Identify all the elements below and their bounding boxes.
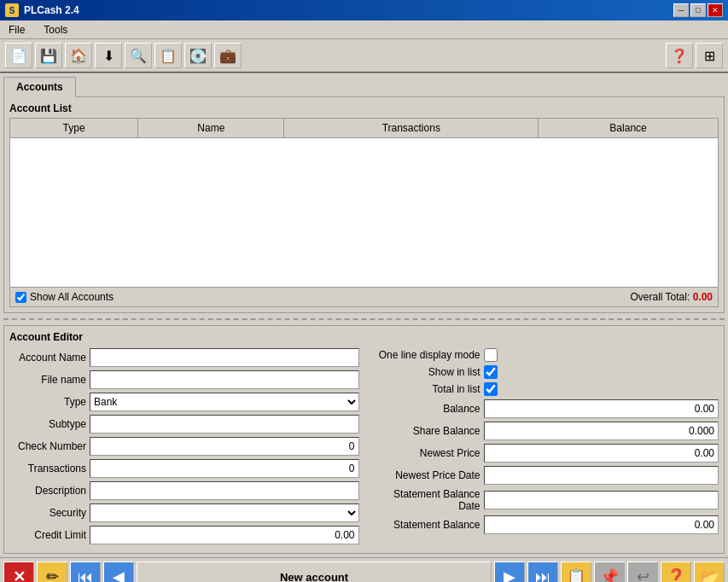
edit-button[interactable]: ✏ <box>37 562 67 582</box>
report-icon[interactable]: 📋 <box>154 43 182 68</box>
balance-field[interactable] <box>484 399 719 418</box>
col-type: Type <box>10 119 138 138</box>
credit-limit-row: Credit Limit <box>9 526 359 544</box>
next-button[interactable]: ▶ <box>494 562 525 582</box>
check-number-row: Check Number <box>9 437 359 456</box>
action-bar: ✕ ✏ ⏮ ◀ New account ▶ ⏭ 📋 📌 ↩ ❓ 📂 <box>0 557 728 582</box>
home-icon[interactable]: 🏠 <box>65 43 92 68</box>
paste-button[interactable]: 📌 <box>594 562 625 582</box>
open-button[interactable]: 📂 <box>694 562 725 582</box>
search-icon[interactable]: 🔍 <box>125 43 152 68</box>
editor-left: Account Name File name Type Bank Cash Cr… <box>9 348 359 548</box>
type-field[interactable]: Bank Cash Credit Card Investment Asset L… <box>90 393 359 411</box>
check-number-label: Check Number <box>9 440 86 452</box>
undo-button[interactable]: ↩ <box>627 562 658 582</box>
editor-columns: Account Name File name Type Bank Cash Cr… <box>9 348 719 548</box>
check-number-field[interactable] <box>90 437 359 456</box>
save-icon[interactable]: 💾 <box>35 43 62 68</box>
toolbar-left: 📄 💾 🏠 ⬇ 🔍 📋 💽 💼 <box>5 43 242 68</box>
minimize-button[interactable]: ─ <box>673 3 689 17</box>
total-in-list-row: Total in list <box>370 382 719 396</box>
copy-button[interactable]: 📋 <box>561 562 591 582</box>
main-area: Accounts Account List Type Name Transact… <box>0 73 728 557</box>
share-balance-field[interactable] <box>484 422 719 440</box>
wallet-icon[interactable]: 💼 <box>214 43 242 68</box>
transactions-row: Transactions <box>9 459 359 478</box>
file-name-row: File name <box>9 370 359 389</box>
stmt-balance-date-field[interactable] <box>484 491 719 509</box>
show-all-checkbox[interactable] <box>15 292 26 303</box>
grid-icon[interactable]: ⊞ <box>696 43 723 68</box>
col-name: Name <box>138 119 284 138</box>
show-all-label[interactable]: Show All Accounts <box>15 291 114 303</box>
description-field[interactable] <box>90 481 359 500</box>
file-name-field[interactable] <box>90 370 359 389</box>
account-name-row: Account Name <box>9 348 359 367</box>
stmt-balance-field[interactable] <box>484 515 719 534</box>
newest-price-field[interactable] <box>484 444 719 463</box>
export-icon[interactable]: 💽 <box>184 43 212 68</box>
description-label: Description <box>9 485 86 497</box>
menu-file[interactable]: File <box>3 22 30 38</box>
prev-button[interactable]: ◀ <box>103 562 134 582</box>
col-balance: Balance <box>539 119 719 138</box>
last-button[interactable]: ⏭ <box>527 562 558 582</box>
account-panel: Account List Type Name Transactions Bala… <box>3 96 725 313</box>
subtype-field[interactable] <box>90 415 359 434</box>
stmt-balance-label: Statement Balance <box>370 519 480 531</box>
transactions-label: Transactions <box>9 463 86 474</box>
stmt-balance-date-row: Statement Balance Date <box>370 488 719 512</box>
newest-price-date-field[interactable] <box>484 466 719 485</box>
help-button[interactable]: ❓ <box>661 562 691 582</box>
account-name-label: Account Name <box>9 352 86 364</box>
total-in-list-checkbox[interactable] <box>484 382 498 396</box>
security-field[interactable] <box>90 503 359 522</box>
file-name-label: File name <box>9 374 86 386</box>
security-row: Security <box>9 503 359 522</box>
col-transactions: Transactions <box>284 119 539 138</box>
toolbar-right: ❓ ⊞ <box>666 43 723 68</box>
new-icon[interactable]: 📄 <box>5 43 32 68</box>
overall-total-value: 0.00 <box>693 291 713 303</box>
balance-row: Balance <box>370 399 719 418</box>
tab-accounts[interactable]: Accounts <box>3 77 76 97</box>
import-icon[interactable]: ⬇ <box>95 43 122 68</box>
subtype-label: Subtype <box>9 418 86 430</box>
maximize-button[interactable]: □ <box>690 3 706 17</box>
first-button[interactable]: ⏮ <box>70 562 101 582</box>
one-line-row: One line display mode <box>370 348 719 362</box>
show-in-list-label: Show in list <box>370 366 480 378</box>
subtype-row: Subtype <box>9 415 359 434</box>
newest-price-row: Newest Price <box>370 444 719 463</box>
stmt-balance-date-label: Statement Balance Date <box>370 488 480 512</box>
newest-price-date-label: Newest Price Date <box>370 469 480 481</box>
account-editor: Account Editor Account Name File name Ty… <box>3 325 725 554</box>
menu-bar: File Tools <box>0 20 728 39</box>
one-line-display-checkbox[interactable] <box>484 348 498 362</box>
newest-price-label: Newest Price <box>370 447 480 459</box>
account-table: Type Name Transactions Balance <box>9 118 719 138</box>
new-account-button[interactable]: New account <box>137 562 492 582</box>
help-icon[interactable]: ❓ <box>666 43 693 68</box>
account-name-field[interactable] <box>90 348 359 367</box>
editor-right: One line display mode Show in list Total… <box>370 348 719 548</box>
delete-button[interactable]: ✕ <box>3 562 34 582</box>
title-bar: S PLCash 2.4 ─ □ ✕ <box>0 0 728 20</box>
close-button[interactable]: ✕ <box>708 3 723 17</box>
show-in-list-row: Show in list <box>370 365 719 379</box>
section-divider <box>3 318 725 320</box>
total-in-list-label: Total in list <box>370 383 480 395</box>
account-list-footer: Show All Accounts Overall Total: 0.00 <box>9 288 719 307</box>
share-balance-row: Share Balance <box>370 422 719 440</box>
toolbar: 📄 💾 🏠 ⬇ 🔍 📋 💽 💼 ❓ ⊞ <box>0 39 728 73</box>
account-list-title: Account List <box>9 102 719 114</box>
credit-limit-field[interactable] <box>90 526 359 544</box>
app-icon: S <box>5 3 19 17</box>
one-line-label: One line display mode <box>370 349 480 361</box>
balance-label: Balance <box>370 403 480 415</box>
show-in-list-checkbox[interactable] <box>484 365 498 379</box>
type-label: Type <box>9 396 86 408</box>
credit-limit-label: Credit Limit <box>9 529 86 541</box>
transactions-field[interactable] <box>90 459 359 478</box>
menu-tools[interactable]: Tools <box>38 22 73 38</box>
